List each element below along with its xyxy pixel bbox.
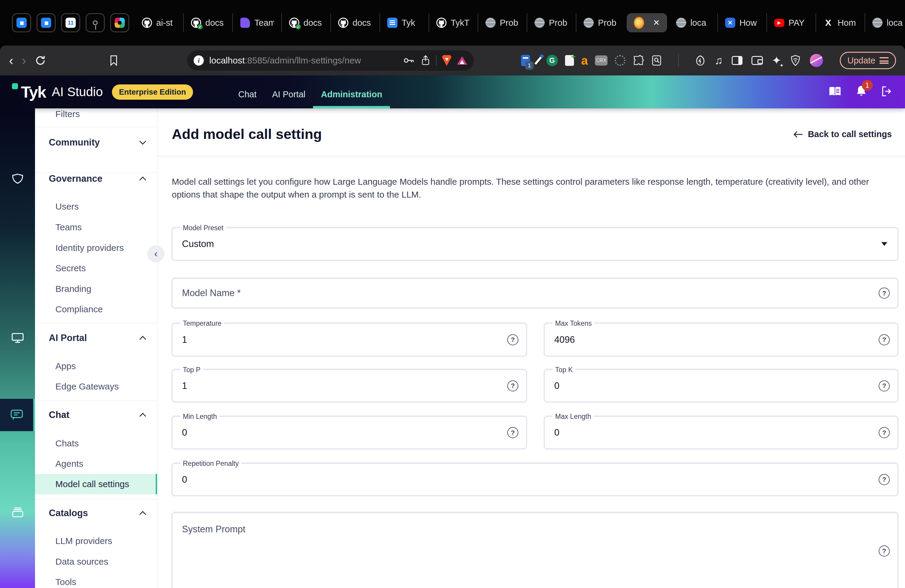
sidebar-section-ai-portal[interactable]: AI Portal [35,328,157,348]
url-bar[interactable]: i localhost:8585/admin/llm-settings/new [187,50,473,71]
sidebar-section-governance[interactable]: Governance [35,168,157,189]
wallet-icon[interactable] [751,56,763,65]
profile-avatar[interactable] [810,54,823,67]
pinned-tab-slack[interactable] [110,13,129,32]
rail-governance-shield-icon[interactable] [0,164,35,194]
min-length-input[interactable] [182,417,494,448]
browser-tab[interactable]: ✓ docs [281,13,330,32]
repetition-penalty-input[interactable] [182,464,865,495]
puzzle-extensions-icon[interactable] [633,55,644,66]
sidebar-section-catalogs[interactable]: Catalogs [35,503,157,523]
dotted-circle-extension-icon[interactable] [615,55,626,66]
search-page-icon[interactable] [651,55,662,66]
sidebar-item-branding[interactable]: Branding [35,279,157,299]
sidebar-item-filters[interactable]: Filters [35,108,157,124]
docs-book-icon[interactable] [828,85,842,99]
help-icon[interactable]: ? [879,545,890,556]
browser-tab[interactable]: Tyk [379,13,429,32]
top-p-input[interactable] [182,370,494,402]
pinned-tab-jira[interactable]: ◆ [12,13,31,32]
nav-ai-portal[interactable]: AI Portal [264,89,313,108]
sidebar-item-agents[interactable]: Agents [35,454,157,474]
rail-ai-portal-monitor-icon[interactable] [0,323,35,353]
help-icon[interactable]: ? [879,427,890,438]
browser-tab[interactable]: ✕ How [718,13,767,32]
sidebar-section-community[interactable]: Community [35,132,157,153]
password-key-icon[interactable] [403,56,415,65]
sidebar-item-compliance[interactable]: Compliance [35,299,157,319]
sidebar-item-secrets[interactable]: Secrets [35,258,157,278]
pinned-tab-pin[interactable] [86,13,105,32]
update-button[interactable]: Update [840,52,896,69]
forward-button[interactable]: › [22,54,26,67]
sidebar-item-edge-gateways[interactable]: Edge Gateways [35,376,157,397]
sidebar-item-tools[interactable]: Tools [35,572,157,588]
amazon-extension-icon[interactable]: a [581,54,588,67]
rail-chat-active-item[interactable] [0,399,35,431]
brave-shields-icon[interactable] [442,55,452,66]
top-k-input[interactable] [554,370,865,402]
browser-tab[interactable]: ▶ PAY [767,13,816,32]
vpn-shield-icon[interactable] [790,54,801,67]
clipboard-extension-icon[interactable] [565,55,574,66]
sidebar-item-chats[interactable]: Chats [35,433,157,454]
sidebar-item-users[interactable]: Users [35,196,157,217]
pinned-tab-calendar[interactable]: 11 [61,13,80,32]
browser-tab[interactable]: loca [669,13,718,32]
close-icon[interactable]: ✕ [653,19,660,27]
sidebar-item-data-sources[interactable]: Data sources [35,551,157,572]
nav-administration[interactable]: Administration [313,89,390,108]
pinned-tab-jira-2[interactable]: ◆ [37,13,56,32]
help-icon[interactable]: ? [879,288,890,299]
help-icon[interactable]: ? [879,474,890,485]
grammarly-extension-icon[interactable]: G [546,55,558,66]
logout-icon[interactable] [880,85,893,99]
back-to-call-settings-link[interactable]: Back to call settings [793,129,892,139]
reload-button[interactable] [35,54,46,67]
brave-leo-leaf-icon[interactable] [695,55,706,66]
bookmark-icon[interactable] [109,55,119,66]
browser-tab[interactable]: docs [330,13,379,32]
browser-tab[interactable]: ai-st [135,13,183,32]
model-preset-select[interactable]: Model Preset Custom [172,227,898,261]
help-icon[interactable]: ? [507,427,518,438]
browser-tab-active[interactable]: ✕ [627,13,667,32]
sidebar-item-identity-providers[interactable]: Identity providers [35,238,157,258]
max-length-input[interactable] [554,417,865,448]
browser-tab[interactable]: TykT [429,13,478,32]
share-icon[interactable] [421,55,431,66]
system-prompt-textarea[interactable] [182,513,865,588]
browser-tab[interactable]: Prob [478,13,527,32]
rail-catalogs-archive-icon[interactable] [0,497,35,528]
help-icon[interactable]: ? [507,380,518,391]
browser-tab[interactable]: Team [232,13,281,32]
notifications-bell-icon[interactable]: 1 [855,85,867,99]
help-icon[interactable]: ? [879,334,890,345]
help-icon[interactable]: ? [879,380,890,391]
media-music-icon[interactable]: ♫ [714,54,723,67]
max-tokens-input[interactable] [554,324,865,356]
crx-extension-icon[interactable]: CRX [595,56,608,65]
sidebar-collapse-button[interactable]: ‹ [148,245,164,262]
sidebar-item-llm-providers[interactable]: LLM providers [35,531,157,551]
sidebar-section-chat[interactable]: Chat [35,405,157,425]
sidebar-item-teams[interactable]: Teams [35,217,157,237]
eyedropper-extension-icon[interactable] [534,56,542,65]
brave-rewards-bat-icon[interactable] [457,56,467,65]
extension-card-icon[interactable]: 1 [521,55,530,66]
model-name-input[interactable] [182,279,865,307]
help-icon[interactable]: ? [507,334,518,345]
sidebar-toggle-icon[interactable] [732,56,743,65]
browser-tab[interactable]: X Hom [816,13,865,32]
browser-tab[interactable]: ✓ docs [183,13,232,32]
site-info-icon[interactable]: i [194,56,204,65]
browser-tab[interactable]: loca [865,13,905,32]
browser-tab[interactable]: Prob [576,13,625,32]
browser-tab[interactable]: Prob [527,13,576,32]
sidebar-item-apps[interactable]: Apps [35,356,157,376]
back-button[interactable]: ‹ [9,54,13,67]
sidebar-item-model-call-settings[interactable]: Model call settings [35,474,157,494]
temperature-input[interactable] [182,324,494,356]
nav-chat[interactable]: Chat [230,89,264,108]
leo-ai-sparkle-icon[interactable]: ✦ [772,55,781,66]
